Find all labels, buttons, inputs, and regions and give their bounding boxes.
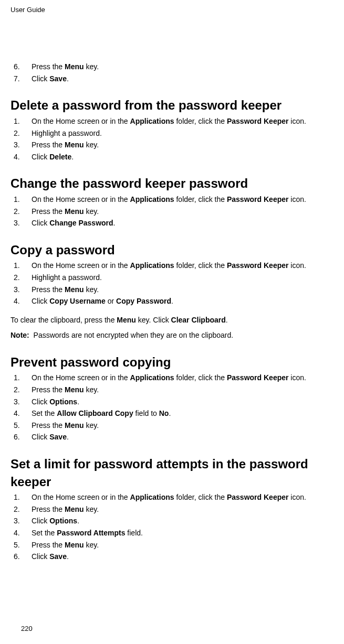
step-number: 3.	[11, 516, 32, 527]
step-text: Set the Password Attempts field.	[32, 528, 143, 539]
step-text: Press the Menu key.	[32, 505, 99, 515]
step-list: 1.On the Home screen or in the Applicati…	[11, 116, 333, 162]
list-item: 4.Set the Allow Clipboard Copy field to …	[11, 409, 333, 419]
step-text: Click Save.	[32, 552, 69, 562]
step-number: 2.	[11, 207, 32, 217]
step-number: 1.	[11, 195, 32, 205]
list-item: 6.Click Save.	[11, 432, 333, 443]
paragraph: Note: Passwords are not encrypted when t…	[11, 330, 333, 341]
step-number: 4.	[11, 296, 32, 307]
step-number: 3.	[11, 218, 32, 229]
step-text: Set the Allow Clipboard Copy field to No…	[32, 409, 171, 419]
step-text: Press the Menu key.	[32, 62, 99, 72]
list-item: 1.On the Home screen or in the Applicati…	[11, 261, 333, 271]
step-text: On the Home screen or in the Application…	[32, 261, 306, 271]
step-text: Click Save.	[32, 432, 69, 443]
step-number: 2.	[11, 273, 32, 283]
section-heading: Copy a password	[11, 241, 333, 259]
step-number: 4.	[11, 152, 32, 163]
step-list: 1.On the Home screen or in the Applicati…	[11, 195, 333, 229]
list-item: 1.On the Home screen or in the Applicati…	[11, 116, 333, 127]
step-text: Click Save.	[32, 74, 69, 84]
step-text: Highlight a password.	[32, 128, 102, 139]
list-item: 6.Press the Menu key.	[11, 62, 333, 72]
section-heading: Set a limit for password attempts in the…	[11, 455, 333, 490]
step-text: On the Home screen or in the Application…	[32, 116, 306, 127]
step-number: 7.	[11, 74, 32, 84]
step-number: 4.	[11, 528, 32, 539]
step-text: Press the Menu key.	[32, 285, 99, 295]
step-list: 1.On the Home screen or in the Applicati…	[11, 492, 333, 562]
list-item: 2.Highlight a password.	[11, 273, 333, 283]
step-number: 2.	[11, 505, 32, 515]
step-number: 3.	[11, 397, 32, 407]
step-text: On the Home screen or in the Application…	[32, 373, 306, 383]
step-number: 3.	[11, 140, 32, 151]
step-text: Press the Menu key.	[32, 140, 99, 151]
step-number: 5.	[11, 540, 32, 551]
list-item: 5.Press the Menu key.	[11, 421, 333, 431]
list-item: 4.Set the Password Attempts field.	[11, 528, 333, 539]
step-text: Press the Menu key.	[32, 207, 99, 217]
list-item: 2.Press the Menu key.	[11, 207, 333, 217]
section-heading: Prevent password copying	[11, 353, 333, 371]
list-item: 2.Press the Menu key.	[11, 505, 333, 515]
step-text: On the Home screen or in the Application…	[32, 492, 306, 503]
page-number: 220	[21, 624, 33, 634]
list-item: 5.Press the Menu key.	[11, 540, 333, 551]
step-number: 3.	[11, 285, 32, 295]
initial-step-list: 6.Press the Menu key.7.Click Save.	[11, 62, 333, 84]
list-item: 3.Click Options.	[11, 516, 333, 527]
list-item: 1.On the Home screen or in the Applicati…	[11, 373, 333, 383]
step-number: 1.	[11, 492, 32, 503]
step-text: Click Delete.	[32, 152, 74, 163]
step-list: 1.On the Home screen or in the Applicati…	[11, 373, 333, 443]
step-number: 5.	[11, 421, 32, 431]
list-item: 7.Click Save.	[11, 74, 333, 84]
list-item: 3.Click Change Password.	[11, 218, 333, 229]
step-text: Click Change Password.	[32, 218, 116, 229]
paragraph: To clear the clipboard, press the Menu k…	[11, 315, 333, 326]
step-text: Highlight a password.	[32, 273, 102, 283]
step-number: 4.	[11, 409, 32, 419]
step-number: 6.	[11, 432, 32, 443]
step-text: Press the Menu key.	[32, 540, 99, 551]
list-item: 1.On the Home screen or in the Applicati…	[11, 195, 333, 205]
list-item: 3.Press the Menu key.	[11, 285, 333, 295]
list-item: 2.Press the Menu key.	[11, 385, 333, 395]
step-number: 6.	[11, 62, 32, 72]
section-heading: Change the password keeper password	[11, 175, 333, 192]
list-item: 3.Press the Menu key.	[11, 140, 333, 151]
list-item: 6.Click Save.	[11, 552, 333, 562]
step-number: 2.	[11, 385, 32, 395]
section-heading: Delete a password from the password keep…	[11, 96, 333, 114]
step-number: 6.	[11, 552, 32, 562]
list-item: 3.Click Options.	[11, 397, 333, 407]
step-number: 2.	[11, 128, 32, 139]
list-item: 4.Click Copy Username or Copy Password.	[11, 296, 333, 307]
doc-header: User Guide	[11, 5, 333, 15]
step-list: 1.On the Home screen or in the Applicati…	[11, 261, 333, 306]
step-text: Press the Menu key.	[32, 385, 99, 395]
step-number: 1.	[11, 261, 32, 271]
step-number: 1.	[11, 116, 32, 127]
step-text: Click Copy Username or Copy Password.	[32, 296, 173, 307]
step-number: 1.	[11, 373, 32, 383]
step-text: On the Home screen or in the Application…	[32, 195, 306, 205]
list-item: 2.Highlight a password.	[11, 128, 333, 139]
step-text: Click Options.	[32, 397, 79, 407]
list-item: 1.On the Home screen or in the Applicati…	[11, 492, 333, 503]
step-text: Click Options.	[32, 516, 79, 527]
list-item: 4.Click Delete.	[11, 152, 333, 163]
step-text: Press the Menu key.	[32, 421, 99, 431]
